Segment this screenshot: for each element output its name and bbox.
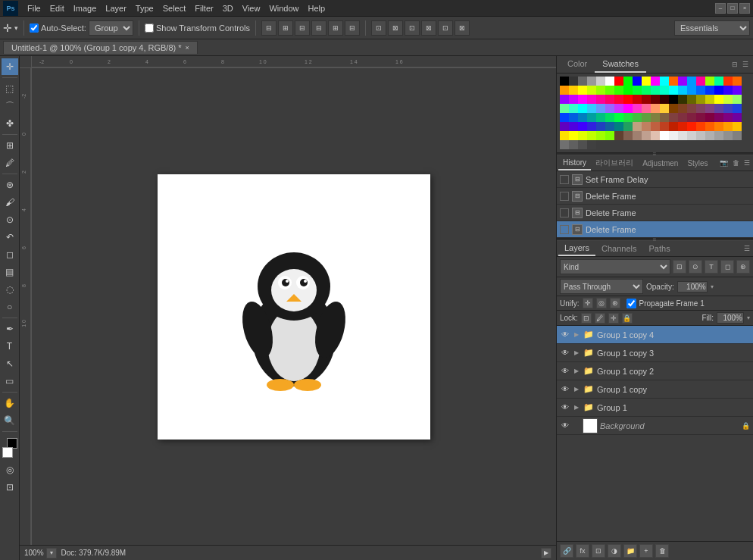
layer-new-btn[interactable]: + — [639, 544, 653, 558]
swatch-116[interactable] — [705, 122, 714, 131]
swatch-110[interactable] — [651, 122, 660, 131]
swatch-58[interactable] — [723, 95, 733, 104]
swatch-93[interactable] — [678, 113, 687, 122]
eyedropper-tool[interactable]: 🖉 — [2, 155, 18, 171]
swatch-76[interactable] — [705, 104, 714, 113]
unify-face-btn[interactable]: ◎ — [596, 298, 607, 308]
swatch-130[interactable] — [651, 131, 660, 140]
swatch-140[interactable] — [560, 140, 569, 149]
align-bottom-btn[interactable]: ⊟ — [345, 20, 360, 36]
layer-trash-btn[interactable]: 🗑 — [655, 544, 669, 558]
swatch-127[interactable] — [623, 131, 633, 140]
lock-all-btn[interactable]: 🔒 — [622, 313, 633, 324]
status-menu-btn[interactable]: ▶ — [541, 548, 551, 558]
layer-mask-btn[interactable]: ⊡ — [592, 544, 605, 558]
swatch-111[interactable] — [660, 122, 669, 131]
history-checkbox-1[interactable] — [560, 192, 569, 201]
swatch-39[interactable] — [733, 86, 742, 95]
unify-all-btn[interactable]: ⊛ — [610, 298, 620, 308]
dist-2-btn[interactable]: ⊡ — [405, 20, 420, 36]
layer-item-group1copy2[interactable]: 👁 ▶ 📁 Group 1 copy 2 — [557, 362, 753, 380]
menu-view[interactable]: View — [238, 2, 265, 14]
swatch-10[interactable] — [651, 77, 660, 86]
layer-fx-btn[interactable]: fx — [576, 544, 589, 558]
swatch-35[interactable] — [696, 86, 705, 95]
swatch-97[interactable] — [714, 113, 723, 122]
swatch-90[interactable] — [651, 113, 660, 122]
lasso-tool[interactable]: ⌒ — [2, 98, 18, 114]
document-tab-close[interactable]: × — [186, 44, 189, 52]
swatch-63[interactable] — [587, 104, 596, 113]
layer-visibility-group1[interactable]: 👁 — [560, 402, 570, 413]
swatch-26[interactable] — [614, 86, 623, 95]
swatch-89[interactable] — [642, 113, 651, 122]
swatch-41[interactable] — [569, 95, 578, 104]
swatch-34[interactable] — [687, 86, 696, 95]
swatch-33[interactable] — [678, 86, 687, 95]
layer-visibility-group1copy3[interactable]: 👁 — [560, 348, 570, 358]
swatch-57[interactable] — [714, 95, 723, 104]
menu-3d[interactable]: 3D — [218, 2, 238, 14]
document-canvas[interactable] — [158, 174, 430, 440]
zoom-menu-btn[interactable]: ▾ — [46, 548, 57, 558]
swatch-56[interactable] — [705, 95, 714, 104]
layer-visibility-background[interactable]: 👁 — [560, 421, 570, 431]
kind-filter-shape-btn[interactable]: ◻ — [720, 260, 734, 274]
swatch-55[interactable] — [696, 95, 705, 104]
menu-layer[interactable]: Layer — [101, 2, 131, 14]
tab-paths[interactable]: Paths — [643, 242, 676, 255]
layer-item-group1copy[interactable]: 👁 ▶ 📁 Group 1 copy — [557, 380, 753, 399]
swatch-121[interactable] — [569, 131, 578, 140]
swatch-107[interactable] — [623, 122, 633, 131]
shape-tool[interactable]: ▭ — [2, 373, 18, 389]
layer-expand-group1copy4[interactable]: ▶ — [573, 331, 580, 339]
tab-history[interactable]: History — [558, 156, 591, 171]
eraser-tool[interactable]: ◻ — [2, 246, 18, 263]
swatch-16[interactable] — [705, 77, 714, 86]
swatch-129[interactable] — [642, 131, 651, 140]
swatch-119[interactable] — [733, 122, 742, 131]
swatch-61[interactable] — [569, 104, 578, 113]
kind-filter-type-btn[interactable]: T — [705, 260, 718, 274]
swatch-139[interactable] — [733, 131, 742, 140]
menu-file[interactable]: File — [23, 2, 45, 14]
swatch-85[interactable] — [605, 113, 614, 122]
blur-tool[interactable]: ◌ — [2, 281, 18, 298]
swatch-108[interactable] — [633, 122, 642, 131]
swatch-133[interactable] — [678, 131, 687, 140]
swatch-79[interactable] — [733, 104, 742, 113]
swatch-1[interactable] — [569, 77, 578, 86]
swatch-28[interactable] — [633, 86, 642, 95]
swatch-75[interactable] — [696, 104, 705, 113]
quick-mask-tool[interactable]: ◎ — [2, 461, 18, 478]
swatch-71[interactable] — [660, 104, 669, 113]
swatch-51[interactable] — [660, 95, 669, 104]
align-top-btn[interactable]: ⊟ — [311, 20, 327, 36]
swatch-6[interactable] — [614, 77, 623, 86]
swatch-123[interactable] — [587, 131, 596, 140]
tab-adjustments[interactable]: Adjustmen — [638, 157, 683, 170]
swatch-120[interactable] — [560, 131, 569, 140]
document-tab[interactable]: Untitled-1 @ 100% (Group 1 copy 4, RGB/8… — [3, 41, 198, 54]
close-button[interactable]: × — [739, 3, 750, 14]
swatch-15[interactable] — [696, 77, 705, 86]
history-brush-tool[interactable]: ↶ — [2, 229, 18, 246]
swatch-0[interactable] — [560, 77, 569, 86]
tab-layers[interactable]: Layers — [558, 241, 595, 256]
swatch-68[interactable] — [633, 104, 642, 113]
layer-group-btn[interactable]: 📁 — [623, 544, 637, 558]
gradient-tool[interactable]: ▤ — [2, 264, 18, 280]
swatch-4[interactable] — [596, 77, 605, 86]
swatch-17[interactable] — [714, 77, 723, 86]
lock-position-btn[interactable]: ✛ — [608, 313, 619, 324]
swatch-113[interactable] — [678, 122, 687, 131]
show-transform-checkbox[interactable] — [145, 23, 154, 33]
menu-edit[interactable]: Edit — [45, 2, 69, 14]
swatch-137[interactable] — [714, 131, 723, 140]
swatch-99[interactable] — [733, 113, 742, 122]
swatch-30[interactable] — [651, 86, 660, 95]
swatch-125[interactable] — [605, 131, 614, 140]
swatch-134[interactable] — [687, 131, 696, 140]
path-selection-tool[interactable]: ↖ — [2, 355, 18, 372]
swatch-38[interactable] — [723, 86, 733, 95]
